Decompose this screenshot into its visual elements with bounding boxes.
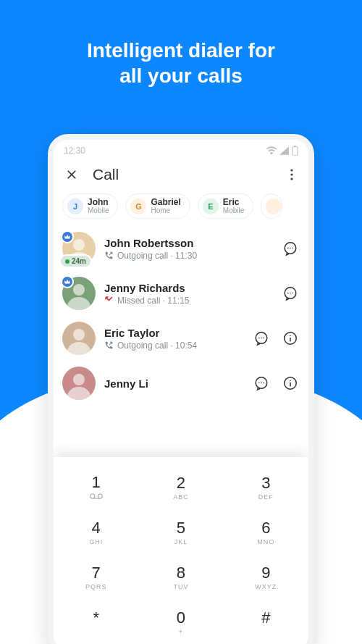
svg-point-3	[290, 173, 292, 175]
svg-point-2	[290, 169, 292, 171]
chip-sub: Mobile	[223, 207, 244, 215]
key-letters: GHI	[89, 538, 103, 545]
call-subline: Outgoing call · 11:30	[104, 251, 272, 261]
chip-avatar: E	[203, 198, 219, 214]
info-button[interactable]	[281, 329, 300, 348]
avatar: 24m	[62, 232, 96, 265]
contact-name: Jenny Richards	[104, 282, 272, 294]
row-actions	[252, 374, 300, 393]
status-icons	[266, 146, 298, 156]
header-title: Call	[93, 166, 284, 183]
avatar-image	[62, 367, 96, 400]
call-row[interactable]: Eric Taylor Outgoing call · 10:54	[54, 316, 308, 361]
battery-icon	[292, 146, 298, 156]
svg-point-32	[290, 380, 290, 381]
premium-badge-icon	[61, 230, 74, 243]
dialpad-key-4[interactable]: 4GHI	[54, 509, 138, 554]
contact-chip[interactable]: J John Mobile	[62, 193, 118, 219]
svg-point-9	[290, 248, 290, 248]
message-button[interactable]	[281, 239, 300, 258]
key-digit: 0	[177, 609, 185, 627]
call-row[interactable]: Jenny Li	[54, 361, 308, 400]
key-letters: WXYZ	[255, 583, 277, 590]
duration-badge: 24m	[59, 254, 92, 268]
close-icon[interactable]	[64, 167, 80, 183]
chip-sub: Mobile	[88, 207, 109, 215]
chip-name: John	[88, 198, 109, 207]
dialpad-key-9[interactable]: 9WXYZ	[224, 554, 308, 599]
dialpad: 12ABC3DEF4GHI5JKL6MNO7PQRS8TUV9WXYZ*0+#	[54, 457, 308, 644]
call-text: Jenny Richards Missed call · 11:15	[104, 282, 272, 306]
call-subline: Outgoing call · 10:54	[104, 340, 243, 351]
status-time: 12:30	[64, 146, 85, 156]
key-digit: 2	[177, 474, 185, 493]
key-letters: +	[179, 628, 183, 635]
more-icon[interactable]	[284, 167, 300, 183]
call-row[interactable]: 24m John Robertsson Outgoing call · 11:3…	[54, 226, 308, 271]
chip-avatar: J	[67, 198, 83, 214]
key-digit: 6	[261, 519, 270, 538]
dialpad-key-5[interactable]: 5JKL	[138, 509, 223, 554]
key-digit: 4	[92, 519, 101, 538]
svg-point-25	[73, 374, 85, 385]
row-actions	[281, 284, 300, 303]
chip-avatar	[266, 198, 282, 214]
dialpad-key-6[interactable]: 6MNO	[224, 509, 308, 554]
call-row[interactable]: Jenny Richards Missed call · 11:15	[54, 271, 308, 316]
row-actions	[281, 239, 300, 258]
contact-name: John Robertsson	[104, 237, 272, 249]
svg-point-14	[287, 293, 288, 293]
key-digit: *	[93, 609, 99, 627]
key-digit: 1	[92, 473, 101, 492]
key-digit: 3	[261, 474, 270, 493]
signal-icon	[279, 146, 289, 155]
wifi-icon	[266, 146, 277, 155]
avatar	[62, 367, 96, 400]
call-list: 24m John Robertsson Outgoing call · 11:3…	[54, 226, 308, 400]
voicemail-icon	[90, 492, 103, 501]
promo-headline: Intelligent dialer for all your calls	[0, 0, 362, 88]
contact-chip[interactable]	[261, 193, 282, 219]
svg-point-34	[98, 494, 102, 498]
contact-chip[interactable]: E Eric Mobile	[198, 193, 253, 219]
dialpad-key-2[interactable]: 2ABC	[138, 464, 223, 509]
key-letters: TUV	[173, 583, 188, 590]
key-letters: PQRS	[85, 583, 107, 590]
message-button[interactable]	[281, 284, 300, 303]
svg-point-33	[90, 494, 94, 498]
dialpad-key-3[interactable]: 3DEF	[224, 464, 308, 509]
call-text: Eric Taylor Outgoing call · 10:54	[104, 327, 243, 351]
chip-text: Gabriel Home	[151, 198, 180, 214]
svg-point-29	[261, 382, 261, 383]
svg-point-22	[263, 338, 264, 338]
dialpad-key-0[interactable]: 0+	[138, 599, 223, 644]
svg-point-15	[290, 293, 290, 293]
row-actions	[252, 329, 300, 348]
dialpad-key-*[interactable]: *	[54, 599, 138, 644]
svg-point-12	[67, 297, 90, 310]
chip-sub: Home	[151, 207, 180, 215]
svg-point-16	[292, 293, 292, 293]
svg-point-11	[73, 284, 85, 296]
message-button[interactable]	[252, 374, 271, 393]
call-text: John Robertsson Outgoing call · 11:30	[104, 237, 272, 261]
svg-point-17	[73, 329, 85, 340]
svg-point-26	[67, 387, 90, 400]
key-letters: ABC	[173, 493, 189, 501]
dialpad-key-1[interactable]: 1	[54, 464, 138, 509]
header: Call	[54, 159, 308, 188]
message-button[interactable]	[252, 329, 271, 348]
key-digit: 7	[92, 564, 101, 582]
contact-chip[interactable]: G Gabriel Home	[125, 193, 190, 219]
svg-point-4	[290, 177, 292, 180]
svg-point-8	[287, 248, 288, 248]
key-digit: 9	[261, 564, 270, 582]
info-button[interactable]	[281, 374, 300, 393]
dialpad-key-7[interactable]: 7PQRS	[54, 554, 138, 599]
dialpad-key-#[interactable]: #	[224, 599, 308, 644]
headline-line2: all your calls	[119, 64, 243, 87]
dialpad-key-8[interactable]: 8TUV	[138, 554, 223, 599]
svg-point-21	[261, 338, 261, 338]
svg-rect-0	[292, 146, 298, 156]
svg-point-24	[290, 335, 290, 336]
